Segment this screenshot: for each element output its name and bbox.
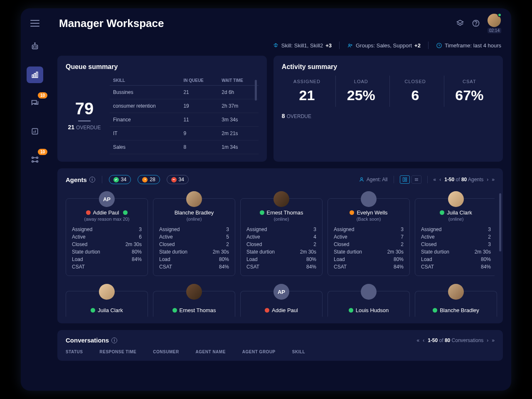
queue-row[interactable]: Sales81m 34s	[110, 140, 259, 154]
filter-timeframe[interactable]: Timeframe: last 4 hours	[436, 42, 501, 49]
agents-scrollbar[interactable]	[499, 193, 501, 251]
activity-summary-panel: Activity summary ASSIGNED21LOAD25%CLOSED…	[273, 56, 503, 162]
activity-cell: ASSIGNED21	[282, 76, 332, 107]
info-icon[interactable]: i	[111, 337, 117, 343]
conversations-columns: STATUSRESPONSE TIMECONSUMERAGENT NAMEAGE…	[66, 350, 495, 354]
agent-card[interactable]: AP Addie Paul	[240, 291, 323, 317]
agent-card[interactable]: Evelyn Wells (Back soon) Assigned3 Activ…	[328, 198, 410, 276]
menu-icon[interactable]	[30, 20, 39, 27]
queue-total: 79	[75, 99, 94, 118]
topbar-right: 02:14	[456, 14, 501, 33]
activity-cell: CLOSED6	[389, 76, 440, 107]
agents-title: Agentsi	[66, 176, 95, 183]
svg-point-12	[37, 157, 38, 159]
agent-card[interactable]: Ernest Thomas	[153, 291, 235, 317]
filter-bar: Skill: Skill1, Skill2 +3 Groups: Sales, …	[49, 38, 511, 56]
column-header[interactable]: STATUS	[66, 350, 83, 354]
pager-first[interactable]: «	[417, 337, 420, 343]
svg-rect-27	[405, 180, 407, 182]
agent-card[interactable]: Juila Clark (online) Assigned3 Active2 C…	[415, 198, 495, 276]
queue-row[interactable]: Bussines212d 6h	[110, 86, 259, 99]
info-icon[interactable]: i	[89, 177, 95, 182]
queue-row[interactable]: consumer retention192h 37m	[110, 99, 259, 113]
agents-pager: « ‹ 1-50 of 80 Agents › »	[433, 177, 495, 182]
pager-next[interactable]: ›	[487, 337, 488, 343]
sidebar: 10 10	[21, 8, 49, 391]
nav-analytics-icon[interactable]	[27, 66, 43, 83]
svg-point-4	[34, 43, 35, 44]
user-avatar[interactable]: 02:14	[488, 14, 501, 33]
content: Queue summary 79 21OVERDUE SKILL IN QUE	[49, 56, 511, 391]
session-timer: 02:14	[488, 28, 501, 33]
pager-last[interactable]: »	[492, 177, 495, 182]
filter-groups[interactable]: Groups: Sales, Support +2	[347, 42, 421, 49]
activity-cell: LOAD25%	[335, 76, 386, 107]
svg-rect-7	[36, 72, 37, 77]
agent-card[interactable]: Blanche Bradley	[415, 291, 497, 317]
status-pill-online[interactable]: 34	[109, 175, 131, 184]
status-pill-offline[interactable]: 34	[167, 175, 189, 184]
layers-icon[interactable]	[456, 19, 464, 27]
filter-skill[interactable]: Skill: Skill1, Skill2 +3	[273, 42, 332, 49]
conversations-pager: « ‹ 1-50 of 80 Conversations › »	[417, 337, 495, 343]
svg-point-13	[32, 161, 34, 163]
activity-cell: CSAT67%	[444, 76, 495, 107]
queue-title: Queue summary	[66, 63, 259, 71]
svg-point-1	[33, 47, 34, 47]
page-title: Manager Workspace	[59, 17, 164, 30]
pager-prev[interactable]: ‹	[439, 177, 441, 182]
view-grid-button[interactable]	[400, 175, 410, 184]
svg-point-19	[476, 25, 476, 25]
svg-rect-6	[34, 74, 35, 78]
queue-overdue: 21OVERDUE	[68, 124, 101, 131]
svg-rect-5	[32, 75, 33, 78]
queue-table: SKILL IN QUEUE WAIT TIME Bussines212d 6h…	[110, 76, 259, 154]
conversations-panel: Conversationsi « ‹ 1-50 of 80 Conversati…	[57, 330, 503, 361]
column-header[interactable]: CONSUMER	[153, 350, 179, 354]
svg-point-2	[36, 47, 37, 47]
svg-marker-17	[457, 20, 463, 24]
agents-panel: Agentsi 34 28 34 Agent: All	[57, 168, 503, 323]
queue-summary-panel: Queue summary 79 21OVERDUE SKILL IN QUE	[57, 56, 267, 162]
nav-report-icon[interactable]	[27, 123, 43, 140]
agent-filter[interactable]: Agent: All	[359, 177, 388, 182]
column-header[interactable]: SKILL	[292, 350, 305, 354]
agent-card[interactable]: Juila Clark	[66, 291, 148, 317]
svg-rect-26	[405, 178, 407, 180]
agent-card[interactable]: Ernest Thomas (online) Assigned3 Active4…	[240, 198, 323, 276]
help-icon[interactable]	[472, 19, 480, 27]
svg-point-11	[32, 157, 34, 159]
queue-row[interactable]: Finance113m 34s	[110, 113, 259, 127]
pager-next[interactable]: ›	[487, 177, 488, 182]
topbar: Manager Workspace 02:14	[49, 8, 511, 38]
nav-flow-icon[interactable]: 10	[27, 151, 43, 168]
agent-card[interactable]: AP Addie Paul (away reason max 20) Assig…	[66, 198, 148, 276]
svg-point-14	[37, 161, 38, 163]
conversations-title: Conversationsi	[66, 337, 117, 344]
agent-card[interactable]: Blanche Bradley (online) Assigned3 Activ…	[153, 198, 235, 276]
pager-last[interactable]: »	[492, 337, 495, 343]
activity-overdue: 8OVERDUE	[282, 113, 495, 119]
main: Manager Workspace 02:14 Skill: Skill1, S…	[49, 8, 511, 391]
nav-flow-badge: 10	[38, 149, 47, 155]
column-header[interactable]: AGENT GROUP	[242, 350, 276, 354]
presence-dot	[498, 13, 502, 17]
svg-point-21	[351, 44, 352, 46]
nav-chat-icon[interactable]: 10	[27, 95, 43, 111]
app-frame: 10 10 Manager Workspace 02:14 S	[21, 8, 511, 391]
nav-bot-icon[interactable]	[27, 38, 43, 55]
queue-row[interactable]: IT92m 21s	[110, 127, 259, 140]
activity-title: Activity summary	[282, 63, 495, 71]
agent-card[interactable]: Louis Hudson	[328, 291, 410, 317]
queue-scrollbar[interactable]	[255, 80, 257, 101]
column-header[interactable]: RESPONSE TIME	[100, 350, 137, 354]
svg-point-20	[349, 44, 350, 45]
nav-chat-badge: 10	[38, 92, 47, 99]
pager-prev[interactable]: ‹	[423, 337, 424, 343]
pager-first[interactable]: «	[433, 177, 436, 182]
svg-rect-25	[403, 178, 404, 182]
view-list-button[interactable]	[411, 175, 421, 184]
svg-point-24	[360, 177, 362, 180]
column-header[interactable]: AGENT NAME	[196, 350, 226, 354]
status-pill-away[interactable]: 28	[138, 175, 160, 184]
